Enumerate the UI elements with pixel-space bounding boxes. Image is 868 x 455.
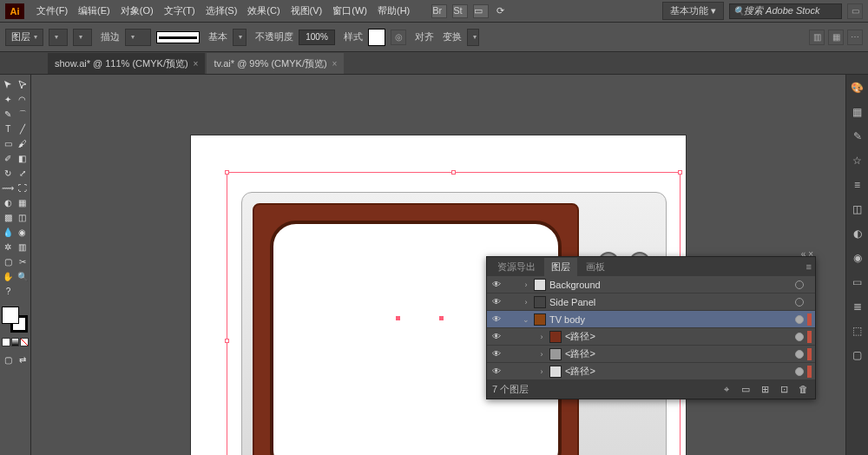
transform-label[interactable]: 变换	[443, 30, 462, 43]
gpu-icon[interactable]: ⟳	[491, 5, 510, 16]
make-clipping-mask-icon[interactable]: ▭	[739, 383, 753, 395]
mesh-tool[interactable]: ▩	[2, 211, 15, 224]
artboard-tool[interactable]: ▢	[2, 255, 15, 268]
expand-arrow-icon[interactable]: ›	[537, 350, 546, 359]
curvature-tool[interactable]: ⌒	[16, 108, 30, 121]
color-mode-none[interactable]	[20, 338, 29, 346]
appearance-panel-icon[interactable]: ◉	[850, 250, 865, 266]
color-mode-gradient[interactable]	[11, 338, 20, 346]
transform-flyout[interactable]	[467, 29, 479, 46]
selection-tool[interactable]	[2, 78, 15, 91]
gradient-panel-icon[interactable]: ◫	[850, 201, 865, 217]
delete-layer-icon[interactable]: 🗑	[796, 383, 810, 395]
isolate-icon[interactable]: ▥	[809, 30, 825, 45]
recolor-icon[interactable]: ◎	[391, 30, 406, 45]
line-tool[interactable]: ╱	[16, 122, 30, 135]
graphic-styles-panel-icon[interactable]: ▭	[850, 274, 865, 290]
type-tool[interactable]: T	[2, 122, 15, 135]
menu-view[interactable]: 视图(V)	[286, 4, 328, 17]
zoom-tool[interactable]: 🔍	[16, 270, 30, 283]
close-icon[interactable]: ×	[194, 59, 199, 69]
color-panel-icon[interactable]: 🎨	[850, 80, 865, 96]
menu-select[interactable]: 选择(S)	[201, 4, 243, 17]
target-icon[interactable]	[795, 280, 804, 289]
selection-indicator[interactable]	[807, 279, 812, 291]
stroke-dropdown[interactable]	[73, 29, 92, 46]
slice-tool[interactable]: ✂	[16, 255, 30, 268]
new-layer-icon[interactable]: ⊡	[777, 383, 791, 395]
tab-tv-ai[interactable]: tv.ai* @ 99% (CMYK/预览) ×	[207, 53, 344, 74]
expand-arrow-icon[interactable]: ⌄	[522, 315, 530, 324]
selection-indicator[interactable]	[807, 348, 812, 360]
visibility-toggle[interactable]: 👁	[490, 366, 503, 378]
layers-panel-icon[interactable]: ≣	[850, 299, 865, 314]
visibility-toggle[interactable]: 👁	[490, 331, 503, 343]
fill-dropdown[interactable]	[49, 29, 68, 46]
menu-effect[interactable]: 效果(C)	[242, 4, 285, 17]
width-tool[interactable]: ⟿	[2, 181, 15, 195]
cloud-icon[interactable]: ▭	[847, 3, 863, 19]
target-icon[interactable]	[795, 333, 804, 341]
expand-arrow-icon[interactable]: ›	[537, 367, 546, 376]
layer-name-label[interactable]: Background	[549, 280, 792, 290]
visibility-toggle[interactable]: 👁	[490, 313, 503, 326]
target-icon[interactable]	[795, 367, 804, 376]
close-icon[interactable]: ×	[332, 59, 338, 69]
shape-builder-tool[interactable]: ◐	[2, 196, 15, 209]
selection-indicator[interactable]	[807, 331, 812, 343]
free-transform-tool[interactable]: ⛶	[16, 181, 30, 195]
resize-handle[interactable]	[225, 339, 229, 343]
rectangle-tool[interactable]: ▭	[2, 137, 15, 150]
layer-row[interactable]: 👁›Side Panel	[487, 293, 815, 311]
target-icon[interactable]	[795, 315, 804, 324]
scale-tool[interactable]: ⤢	[16, 167, 30, 180]
opacity-input[interactable]: 100%	[299, 30, 335, 45]
transparency-panel-icon[interactable]: ◐	[850, 226, 865, 241]
artboards-panel-icon[interactable]: ▢	[850, 347, 865, 363]
align-label[interactable]: 对齐	[415, 30, 434, 43]
symbols-panel-icon[interactable]: ☆	[850, 153, 865, 168]
graphic-style-swatch[interactable]	[368, 29, 385, 46]
new-sublayer-icon[interactable]: ⊞	[758, 383, 772, 395]
eraser-tool[interactable]: ◧	[16, 152, 30, 165]
arrange-icon[interactable]: ▭	[473, 4, 489, 18]
resize-handle[interactable]	[225, 170, 229, 175]
direct-selection-tool[interactable]	[16, 78, 30, 91]
asset-export-panel-icon[interactable]: ⬚	[850, 323, 865, 339]
stroke-weight-dropdown[interactable]	[125, 29, 151, 46]
stock-icon[interactable]: St	[452, 4, 468, 18]
menu-object[interactable]: 对象(O)	[115, 4, 159, 17]
screen-mode-normal[interactable]: ▢	[2, 353, 15, 366]
panel-collapse-icon[interactable]: « ×	[801, 249, 813, 259]
blend-tool[interactable]: ◉	[16, 226, 30, 239]
lasso-tool[interactable]: ◠	[16, 93, 30, 106]
stroke-panel-icon[interactable]: ≡	[850, 177, 865, 193]
stroke-profile[interactable]	[156, 31, 200, 43]
eyedropper-tool[interactable]: 💧	[2, 226, 15, 239]
layer-row[interactable]: 👁›Background	[487, 276, 815, 293]
layer-name-label[interactable]: <路径>	[565, 330, 792, 343]
visibility-toggle[interactable]: 👁	[490, 279, 503, 291]
tab-artboards[interactable]: 画板	[579, 258, 612, 276]
hand-tool[interactable]: ✋	[2, 270, 15, 283]
color-mode-color[interactable]	[2, 338, 10, 346]
target-icon[interactable]	[795, 298, 804, 307]
locate-object-icon[interactable]: ⌖	[720, 383, 733, 395]
layer-name-label[interactable]: TV body	[549, 314, 792, 325]
selection-type-dropdown[interactable]: 图层	[5, 29, 43, 46]
shaper-tool[interactable]: ✐	[2, 152, 15, 165]
search-input[interactable]: 🔍 搜索 Adobe Stock	[729, 3, 842, 19]
menu-type[interactable]: 文字(T)	[159, 4, 201, 17]
toggle-fill-stroke[interactable]: ?	[2, 285, 15, 298]
selection-indicator[interactable]	[807, 313, 812, 326]
expand-arrow-icon[interactable]: ›	[522, 280, 530, 289]
layer-row[interactable]: 👁›<路径>	[487, 328, 815, 346]
pen-tool[interactable]: ✎	[2, 108, 15, 121]
fill-swatch[interactable]	[2, 307, 19, 324]
menu-edit[interactable]: 编辑(E)	[73, 4, 115, 17]
overflow-icon[interactable]: ⋯	[847, 30, 863, 45]
swatches-panel-icon[interactable]: ▦	[850, 104, 865, 120]
selection-indicator[interactable]	[807, 296, 812, 308]
fill-stroke-swatch[interactable]	[2, 307, 28, 333]
edit-contents-icon[interactable]: ▦	[828, 30, 844, 45]
